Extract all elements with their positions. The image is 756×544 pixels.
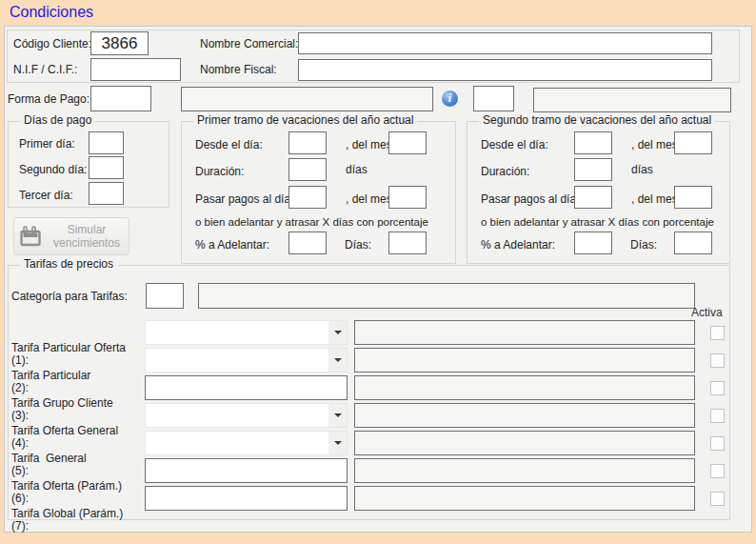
desde-dia-input[interactable] (574, 131, 612, 154)
pasar-pagos-label: Pasar pagos al día: (195, 192, 293, 206)
tarifa-general-dropdown[interactable] (145, 431, 348, 455)
codigo-cliente-label: Código Cliente: (13, 37, 91, 50)
segundo-dia-label: Segundo día: (19, 163, 87, 176)
calendar-icon (20, 226, 43, 247)
adelantar-note: o bien adelantar y atrasar X días con po… (195, 216, 428, 228)
primer-dia-label: Primer día: (19, 137, 75, 151)
forma-pago-code-input[interactable] (90, 86, 151, 111)
desde-dia-label: Desde el día: (195, 138, 263, 151)
nif-cif-input[interactable] (90, 58, 181, 81)
forma-pago-code2-input[interactable] (473, 86, 514, 111)
activa-checkbox[interactable] (710, 381, 725, 395)
chevron-down-icon (328, 404, 347, 427)
categoria-tarifas-label: Categoría para Tarifas: (11, 290, 128, 303)
tarifa-descripcion-field (354, 486, 695, 511)
dias-input[interactable] (674, 232, 712, 254)
duracion-input[interactable] (288, 158, 327, 181)
tarifa-descripcion-field (354, 375, 695, 400)
dias-label: Días: (630, 238, 657, 252)
dias-pago-group-title: Días de pago (20, 113, 95, 127)
tramo2-group-title: Segundo tramo de vacaciones del año actu… (479, 113, 715, 127)
pct-adelantar-input[interactable] (288, 232, 327, 254)
tarifa-grupo-cliente-input[interactable] (145, 375, 348, 400)
duracion-label: Duración: (195, 165, 244, 178)
tarifa-descripcion-field (354, 403, 695, 428)
desde-dia-label: Desde el día: (481, 138, 548, 151)
mes2-input[interactable] (674, 186, 712, 209)
tercer-dia-label: Tercer día: (19, 189, 73, 202)
activa-checkbox[interactable] (710, 409, 725, 423)
simular-button-label: Simularvencimientos (50, 223, 123, 250)
tarifa-label: Tarifa Global (Parám.)(7): (11, 483, 123, 544)
pct-adelantar-label: % a Adelantar: (195, 238, 269, 252)
simular-vencimientos-button[interactable]: Simularvencimientos (13, 217, 129, 255)
page-title: Condiciones (10, 4, 93, 21)
del-mes2-label: , del mes (346, 192, 392, 206)
mes-input[interactable] (674, 131, 712, 154)
tarifas-group-title: Tarifas de precios (20, 257, 117, 271)
dias-suffix-label: días (346, 163, 368, 176)
nombre-comercial-label: Nombre Comercial: (200, 37, 298, 50)
nombre-comercial-input[interactable] (298, 32, 712, 54)
forma-pago-label: Forma de Pago: (8, 92, 90, 106)
tramo1-group-title: Primer tramo de vacaciones del año actua… (193, 113, 417, 127)
forma-pago-descripcion2-field (533, 88, 731, 112)
nif-cif-label: N.I.F / C.I.F.: (13, 63, 77, 76)
forma-pago-descripcion-field (181, 87, 433, 111)
tarifa-descripcion-field (354, 348, 695, 373)
activa-header: Activa (691, 306, 723, 319)
chevron-down-icon (328, 349, 347, 372)
chevron-down-icon (328, 432, 347, 454)
pct-adelantar-input[interactable] (574, 232, 612, 254)
pasar-pagos-input[interactable] (574, 186, 612, 209)
del-mes2-label: , del mes (631, 192, 678, 206)
tarifa-descripcion-field (354, 458, 695, 483)
duracion-label: Duración: (481, 165, 529, 178)
pasar-pagos-input[interactable] (288, 186, 327, 209)
del-mes-label: , del mes (346, 138, 392, 151)
codigo-cliente-input[interactable] (90, 31, 149, 55)
tarifa-descripcion-field (354, 431, 695, 455)
nombre-fiscal-input[interactable] (298, 59, 712, 81)
activa-checkbox[interactable] (710, 492, 725, 506)
nombre-fiscal-label: Nombre Fiscal: (200, 63, 277, 76)
tarifa-particular-oferta-dropdown[interactable] (145, 320, 348, 345)
categoria-tarifas-input[interactable] (146, 283, 184, 309)
dias-input[interactable] (388, 232, 427, 254)
duracion-input[interactable] (574, 158, 612, 181)
tarifa-particular-dropdown[interactable] (145, 348, 348, 373)
activa-checkbox[interactable] (710, 353, 725, 368)
segundo-dia-input[interactable] (89, 156, 124, 179)
activa-checkbox[interactable] (710, 464, 725, 478)
tercer-dia-input[interactable] (89, 182, 124, 205)
mes-input[interactable] (388, 131, 427, 154)
mes2-input[interactable] (388, 186, 427, 209)
tarifa-oferta-general-dropdown[interactable] (145, 403, 348, 428)
chevron-down-icon (328, 321, 347, 344)
activa-checkbox[interactable] (710, 326, 725, 340)
adelantar-note: o bien adelantar y atrasar X días con po… (481, 216, 714, 228)
pct-adelantar-label: % a Adelantar: (481, 238, 555, 252)
tarifa-global-param-input[interactable] (145, 486, 348, 511)
categoria-descripcion-field (198, 283, 695, 309)
tarifa-oferta-param-input[interactable] (145, 458, 348, 483)
activa-checkbox[interactable] (710, 436, 725, 451)
tarifa-descripcion-field (354, 320, 695, 345)
primer-dia-input[interactable] (89, 131, 124, 154)
desde-dia-input[interactable] (288, 131, 327, 154)
dias-suffix-label: días (631, 163, 653, 176)
dias-label: Días: (345, 238, 371, 252)
pasar-pagos-label: Pasar pagos al día: (481, 192, 579, 206)
info-icon[interactable]: i (442, 91, 458, 107)
del-mes-label: , del mes (631, 138, 678, 151)
